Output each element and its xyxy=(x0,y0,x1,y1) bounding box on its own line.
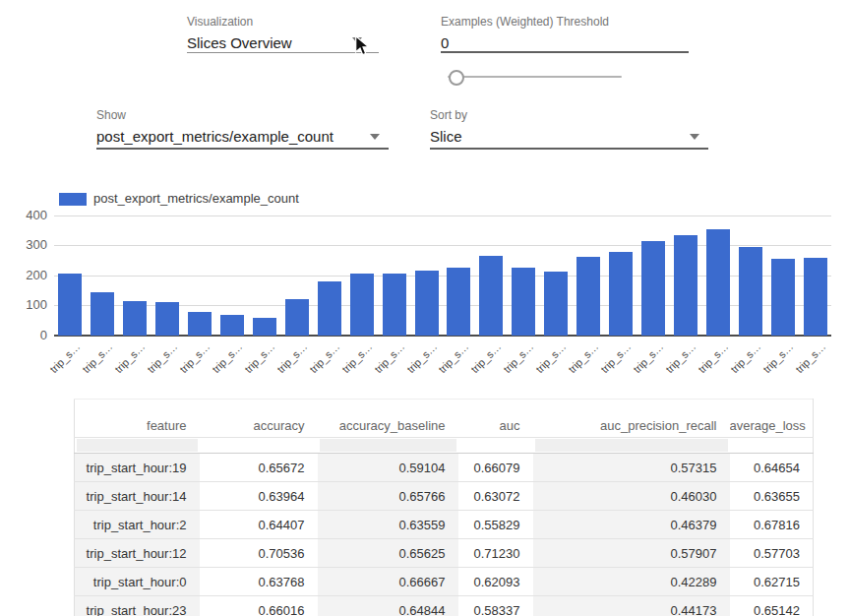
bar[interactable] xyxy=(479,256,503,336)
filter-input[interactable] xyxy=(535,439,728,452)
bar[interactable] xyxy=(415,271,439,336)
bar[interactable] xyxy=(641,241,665,336)
bar[interactable] xyxy=(318,281,341,336)
bar[interactable] xyxy=(123,301,147,336)
table-cell: trip_start_hour:2 xyxy=(75,511,200,539)
table-cell: 0.65766 xyxy=(318,482,458,511)
table-cell: 0.59104 xyxy=(318,454,458,482)
table-cell: 0.64654 xyxy=(730,454,814,482)
bar[interactable] xyxy=(383,274,406,336)
table-cell: 0.63768 xyxy=(200,568,318,596)
table-cell: 0.42289 xyxy=(533,568,730,596)
visualization-label: Visualization xyxy=(187,15,292,29)
table-row[interactable]: trip_start_hour:140.639640.657660.630720… xyxy=(75,482,814,511)
bar[interactable] xyxy=(739,247,762,336)
show-dropdown[interactable]: Show post_export_metrics/example_count xyxy=(96,108,334,147)
bar[interactable] xyxy=(220,315,244,336)
threshold-slider-thumb[interactable] xyxy=(449,70,464,86)
table-cell: trip_start_hour:23 xyxy=(75,596,200,616)
bar[interactable] xyxy=(804,258,827,336)
column-header-feature[interactable]: feature xyxy=(75,400,200,438)
visualization-value[interactable]: Slices Overview xyxy=(187,33,292,53)
table-cell: 0.64844 xyxy=(318,596,458,616)
table-cell: 0.63072 xyxy=(458,482,533,511)
table-cell: 0.65672 xyxy=(200,454,318,482)
filter-cell xyxy=(458,438,533,454)
y-axis-tick-label: 0 xyxy=(0,328,47,343)
table-cell: trip_start_hour:0 xyxy=(75,568,200,596)
table-cell: 0.67816 xyxy=(730,511,814,539)
table-cell: 0.44173 xyxy=(533,596,730,616)
table-cell: 0.66667 xyxy=(318,568,458,596)
visualization-dropdown[interactable]: Visualization Slices Overview xyxy=(187,15,292,53)
bar[interactable] xyxy=(58,274,82,336)
table-cell: 0.64407 xyxy=(200,511,318,539)
filter-cell xyxy=(200,438,318,454)
bar[interactable] xyxy=(609,252,633,336)
threshold-underline xyxy=(441,51,689,53)
threshold-slider-track[interactable] xyxy=(448,76,622,78)
filter-cell xyxy=(730,438,814,454)
show-underline xyxy=(96,148,389,150)
sort-by-dropdown[interactable]: Sort by Slice xyxy=(430,108,467,147)
table-cell: trip_start_hour:14 xyxy=(75,482,200,511)
table-cell: 0.63964 xyxy=(200,482,318,511)
threshold-field[interactable]: Examples (Weighted) Threshold 0 xyxy=(441,15,609,53)
table-row[interactable]: trip_start_hour:190.656720.591040.660790… xyxy=(75,454,814,482)
sort-by-value[interactable]: Slice xyxy=(430,127,467,147)
filter-input[interactable] xyxy=(77,439,198,452)
show-label: Show xyxy=(96,108,334,122)
sort-by-underline xyxy=(430,148,708,150)
slices-overview-page: Visualization Slices Overview Examples (… xyxy=(0,0,849,616)
show-value[interactable]: post_export_metrics/example_count xyxy=(96,127,334,147)
filter-cell xyxy=(318,438,458,454)
column-header-accuracy_baseline[interactable]: accuracy_baseline xyxy=(318,400,458,438)
column-header-auc[interactable]: auc xyxy=(458,400,533,438)
table-row[interactable]: trip_start_hour:20.644070.635590.558290.… xyxy=(75,511,814,539)
y-axis-tick-label: 100 xyxy=(0,297,47,313)
filter-cell xyxy=(533,438,730,454)
column-header-auc_precision_recall[interactable]: auc_precision_recall xyxy=(533,400,730,438)
filter-cell xyxy=(75,438,200,454)
bar[interactable] xyxy=(447,268,470,336)
bar[interactable] xyxy=(188,312,212,336)
table-cell: 0.62715 xyxy=(730,568,814,596)
column-header-accuracy[interactable]: accuracy xyxy=(200,400,318,438)
table-cell: 0.57703 xyxy=(730,539,814,568)
table-cell: 0.58337 xyxy=(458,596,533,616)
filter-row xyxy=(75,438,814,454)
chevron-down-icon[interactable] xyxy=(370,134,380,140)
table-cell: trip_start_hour:12 xyxy=(75,539,200,568)
table-cell: 0.57315 xyxy=(533,454,730,482)
chevron-down-icon[interactable] xyxy=(690,134,699,140)
bar[interactable] xyxy=(674,235,697,336)
bar[interactable] xyxy=(771,259,795,336)
sort-by-label: Sort by xyxy=(430,108,467,122)
table-cell: 0.70536 xyxy=(200,539,318,568)
table-row[interactable]: trip_start_hour:00.637680.666670.620930.… xyxy=(75,568,814,596)
column-header-average_loss[interactable]: average_loss xyxy=(730,400,814,438)
legend-label: post_export_metrics/example_count xyxy=(93,191,299,206)
table-cell: 0.66016 xyxy=(200,596,318,616)
visualization-underline xyxy=(187,52,379,53)
bar[interactable] xyxy=(576,257,600,336)
y-axis-tick-label: 400 xyxy=(0,208,47,223)
bar[interactable] xyxy=(155,302,179,336)
table-cell: 0.66079 xyxy=(458,454,533,482)
bar[interactable] xyxy=(91,292,114,336)
bar[interactable] xyxy=(706,229,730,336)
table-cell: 0.55829 xyxy=(458,511,533,539)
table-cell: trip_start_hour:19 xyxy=(75,454,200,482)
table-cell: 0.46379 xyxy=(533,511,730,539)
bar[interactable] xyxy=(544,272,568,336)
bar[interactable] xyxy=(350,274,374,336)
bar[interactable] xyxy=(512,268,535,336)
bar[interactable] xyxy=(253,318,276,336)
table-cell: 0.57907 xyxy=(533,539,730,568)
bar[interactable] xyxy=(285,299,309,336)
table-row[interactable]: trip_start_hour:120.705360.656250.712300… xyxy=(75,539,814,568)
table-row[interactable]: trip_start_hour:230.660160.648440.583370… xyxy=(75,596,814,616)
filter-input[interactable] xyxy=(320,439,456,452)
table-cell: 0.71230 xyxy=(458,539,533,568)
threshold-input[interactable]: 0 xyxy=(441,33,609,53)
